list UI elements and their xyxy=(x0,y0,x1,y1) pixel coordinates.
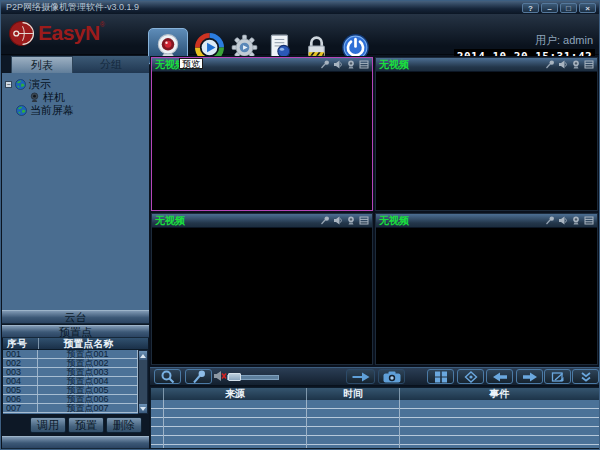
panel-header-icons xyxy=(545,216,594,225)
layout-icon[interactable] xyxy=(359,216,369,225)
webcam-icon[interactable] xyxy=(346,60,356,69)
collapse-button[interactable] xyxy=(572,369,599,384)
video-control-toolbar xyxy=(150,367,600,386)
no-video-label: 无视频 xyxy=(379,214,409,228)
video-display-area[interactable] xyxy=(152,228,372,364)
brand-logo: EasyN ® xyxy=(8,20,105,47)
next-button[interactable] xyxy=(516,369,543,384)
next-icon xyxy=(522,372,538,382)
preset-id: 007 xyxy=(3,404,38,412)
layout-icon[interactable] xyxy=(584,216,594,225)
globe-icon xyxy=(16,105,27,116)
video-panel-4[interactable]: 无视频 xyxy=(375,213,598,365)
brand-name: EasyN xyxy=(38,20,100,46)
event-table-header: 来源 时间 事件 xyxy=(151,388,599,400)
table-row xyxy=(151,400,599,409)
device-tree: − 演示 样机 xyxy=(2,73,149,310)
call-preset-button[interactable]: 调用 xyxy=(30,417,66,433)
preset-scrollbar[interactable] xyxy=(138,350,148,414)
sidebar-tabs: 列表 分组 xyxy=(2,56,149,73)
video-panel-2[interactable]: 无视频 xyxy=(375,57,598,211)
layout-icon[interactable] xyxy=(359,60,369,69)
scroll-down-button[interactable] xyxy=(139,404,147,413)
column-header-event: 事件 xyxy=(399,388,599,400)
video-display-area[interactable] xyxy=(376,228,597,364)
volume-slider-handle[interactable] xyxy=(228,373,241,381)
video-panel-header: 无视频 xyxy=(376,58,597,72)
tab-list[interactable]: 列表 xyxy=(11,56,73,73)
table-row[interactable]: 007 预置点007 xyxy=(3,404,138,413)
webcam-icon[interactable] xyxy=(346,216,356,225)
column-divider xyxy=(399,400,400,448)
delete-preset-button[interactable]: 删除 xyxy=(106,417,142,433)
speaker-icon[interactable] xyxy=(558,216,568,225)
speaker-icon[interactable] xyxy=(333,60,343,69)
zoom-icon xyxy=(160,370,176,384)
tree-item-demo[interactable]: − 演示 xyxy=(2,78,149,90)
webcam-icon[interactable] xyxy=(571,60,581,69)
no-video-label: 无视频 xyxy=(155,214,185,228)
zoom-button[interactable] xyxy=(154,369,181,384)
video-panel-3[interactable]: 无视频 xyxy=(151,213,373,365)
record-button[interactable] xyxy=(346,369,375,384)
tab-group[interactable]: 分组 xyxy=(73,56,149,73)
table-row xyxy=(151,436,599,445)
talk-mic-icon xyxy=(191,370,207,384)
minimize-button[interactable]: – xyxy=(541,3,558,13)
mic-icon[interactable] xyxy=(545,216,555,225)
mic-icon[interactable] xyxy=(545,60,555,69)
column-header-source: 来源 xyxy=(163,388,306,400)
mic-icon[interactable] xyxy=(320,216,330,225)
tree-item-label: 当前屏幕 xyxy=(30,103,74,118)
table-row xyxy=(151,427,599,436)
scroll-up-button[interactable] xyxy=(139,351,147,360)
tree-item-camera[interactable]: 样机 xyxy=(2,91,149,103)
column-header-blank xyxy=(151,388,163,400)
preview-tooltip: 预览 xyxy=(179,58,203,69)
webcam-icon[interactable] xyxy=(571,216,581,225)
help-button[interactable]: ? xyxy=(522,3,539,13)
pan-tilt-button[interactable] xyxy=(457,369,484,384)
column-header-name: 预置点名称 xyxy=(39,338,138,349)
grid-layout-button[interactable] xyxy=(427,369,454,384)
mic-icon[interactable] xyxy=(320,60,330,69)
close-button[interactable]: × xyxy=(579,3,596,13)
talk-button[interactable] xyxy=(185,369,212,384)
speaker-icon[interactable] xyxy=(333,216,343,225)
preset-name: 预置点003 xyxy=(38,368,138,376)
speaker-muted-icon[interactable] xyxy=(213,370,227,382)
video-panel-1-selected[interactable]: 无视频 预览 xyxy=(151,57,373,211)
video-display-area[interactable] xyxy=(152,72,372,210)
prev-button[interactable] xyxy=(486,369,513,384)
speaker-icon[interactable] xyxy=(558,60,568,69)
snapshot-icon xyxy=(383,371,401,383)
cycle-button[interactable] xyxy=(544,369,571,384)
pan-tilt-panel-button[interactable]: 云台 xyxy=(2,310,149,324)
collapse-icon[interactable]: − xyxy=(5,81,12,88)
event-table-body[interactable] xyxy=(151,400,599,448)
set-preset-button[interactable]: 预置 xyxy=(68,417,104,433)
video-display-area[interactable] xyxy=(376,72,597,210)
brand-emblem-icon xyxy=(8,20,35,47)
column-header-time: 时间 xyxy=(306,388,399,400)
layout-icon[interactable] xyxy=(584,60,594,69)
preset-rows: 001 预置点001 002 预置点002 003 预置点003 004 预置点… xyxy=(3,350,138,414)
snapshot-button[interactable] xyxy=(378,369,405,384)
preset-panel-button[interactable]: 预置点 xyxy=(2,325,149,338)
preset-name: 预置点006 xyxy=(38,395,138,403)
record-icon xyxy=(351,371,371,383)
preset-id: 001 xyxy=(3,350,38,358)
preset-name: 预置点005 xyxy=(38,386,138,394)
globe-icon xyxy=(15,79,26,90)
collapsed-panel-bar[interactable] xyxy=(2,436,149,449)
preset-id: 005 xyxy=(3,386,38,394)
video-panel-header: 无视频 xyxy=(376,214,597,228)
grid-icon xyxy=(434,371,448,383)
preset-id: 002 xyxy=(3,359,38,367)
preset-name: 预置点004 xyxy=(38,377,138,385)
column-divider xyxy=(163,400,164,448)
maximize-button[interactable]: □ xyxy=(560,3,577,13)
tree-item-current-screen[interactable]: 当前屏幕 xyxy=(2,104,149,116)
column-header-index: 序号 xyxy=(3,338,39,349)
preset-table: 序号 预置点名称 001 预置点001 002 预置点002 003 预置点00… xyxy=(3,338,148,414)
